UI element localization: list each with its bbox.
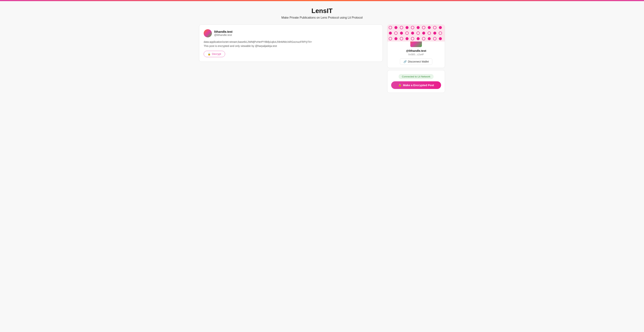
wallet-icon: 🔗: [404, 60, 407, 63]
post-author-name: lithandle.test: [214, 30, 232, 33]
post-author-handle: @lithandle.test: [214, 33, 232, 36]
page-header: LensIT Make Private Publications on Lens…: [199, 1, 445, 24]
post-avatar: [204, 29, 212, 37]
svg-point-30: [439, 37, 442, 40]
page-subtitle: Make Private Publications on Lens Protoc…: [199, 16, 445, 19]
lock-icon: 🔒: [208, 52, 211, 55]
svg-point-4: [406, 26, 408, 29]
profile-address: 0x5B5...c2a4F: [390, 53, 442, 56]
profile-card: @lithandle.test 0x5B5...c2a4F 🔗 Disconne…: [387, 24, 445, 68]
svg-point-10: [439, 26, 442, 29]
lit-network-card: Connected to Lit Network 🔒 Make a Encryp…: [387, 70, 445, 93]
profile-info: @lithandle.test 0x5B5...c2a4F 🔗 Disconne…: [388, 49, 445, 68]
profile-banner-pattern: [388, 25, 445, 41]
post-notice: This post is encrypted and only viewable…: [204, 44, 378, 47]
page-title: LensIT: [199, 7, 445, 14]
svg-point-2: [394, 26, 398, 29]
post-encrypted-content: data:application/octet-stream;base64,2WM…: [204, 40, 378, 43]
post-card: lithandle.test @lithandle.test data:appl…: [199, 24, 383, 62]
svg-point-15: [411, 32, 414, 35]
profile-banner: [388, 25, 445, 41]
main-layout: lithandle.test @lithandle.test data:appl…: [199, 24, 445, 93]
svg-point-6: [417, 26, 420, 29]
make-encrypted-post-button[interactable]: 🔒 Make a Encrypted Post: [391, 81, 441, 89]
svg-point-17: [422, 32, 425, 35]
svg-point-28: [428, 37, 431, 40]
svg-point-24: [406, 37, 408, 40]
lock-post-icon: 🔒: [398, 84, 402, 87]
post-author-info: lithandle.test @lithandle.test: [214, 30, 232, 36]
feed-column: lithandle.test @lithandle.test data:appl…: [199, 24, 383, 62]
disconnect-wallet-button[interactable]: 🔗 Disconnect Wallet: [400, 58, 432, 65]
svg-point-13: [400, 32, 403, 35]
profile-handle: @lithandle.test: [390, 49, 442, 52]
connected-badge: Connected to Lit Network: [398, 74, 434, 79]
svg-point-8: [428, 26, 431, 29]
sidebar-column: @lithandle.test 0x5B5...c2a4F 🔗 Disconne…: [387, 24, 445, 93]
decrypt-button[interactable]: 🔒 Decrypt: [204, 51, 225, 57]
svg-point-26: [417, 37, 420, 40]
svg-point-11: [389, 32, 392, 35]
svg-point-22: [394, 37, 398, 40]
svg-point-19: [433, 32, 436, 35]
post-header: lithandle.test @lithandle.test: [204, 29, 378, 37]
